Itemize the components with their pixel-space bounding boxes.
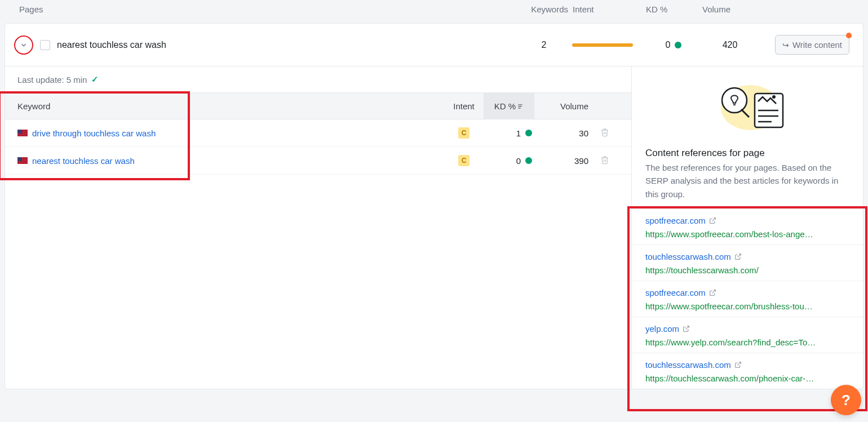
kd-cell: 0 <box>645 40 702 50</box>
main-card: nearest touchless car wash 2 0 420 ↪ Wri… <box>5 23 863 389</box>
svg-line-9 <box>712 217 715 221</box>
write-content-label: Write content <box>792 40 842 50</box>
page-checkbox[interactable] <box>40 40 50 50</box>
last-update-row: Last update: 5 min ✓ <box>5 66 631 92</box>
list-item[interactable]: touchlesscarwash.com https://touchlessca… <box>632 353 863 389</box>
sort-icon <box>518 103 524 109</box>
reference-domain-link[interactable]: yelp.com <box>645 324 690 334</box>
us-flag-icon <box>17 130 28 136</box>
keywords-panel: Last update: 5 min ✓ Keyword Intent KD %… <box>5 66 632 389</box>
reference-domain-link[interactable]: touchlesscarwash.com <box>645 360 742 370</box>
kw-col-intent[interactable]: Intent <box>444 101 484 111</box>
keywords-count: 2 <box>516 40 572 50</box>
svg-point-1 <box>722 88 747 113</box>
chevron-down-icon <box>20 41 28 49</box>
col-intent-label: Intent <box>573 5 646 14</box>
reference-domain-link[interactable]: touchlesscarwash.com <box>645 252 742 261</box>
reference-domain-text: yelp.com <box>645 324 679 334</box>
svg-point-5 <box>772 95 776 99</box>
reference-domain-link[interactable]: spotfreecar.com <box>645 216 716 225</box>
col-pages-label: Pages <box>19 5 516 14</box>
external-link-icon <box>709 289 716 296</box>
list-item[interactable]: touchlesscarwash.com https://touchlessca… <box>632 245 863 281</box>
us-flag-icon <box>17 157 28 164</box>
notification-dot-icon <box>846 33 852 38</box>
write-content-button[interactable]: ↪ Write content <box>775 35 849 55</box>
vol-mini-value: 390 <box>534 156 591 166</box>
delete-button[interactable] <box>591 156 619 166</box>
list-item[interactable]: yelp.com https://www.yelp.com/search?fin… <box>632 317 863 353</box>
page-row: nearest touchless car wash 2 0 420 ↪ Wri… <box>5 24 863 66</box>
reference-domain-text: touchlesscarwash.com <box>645 360 731 370</box>
svg-line-11 <box>712 290 715 293</box>
references-illustration <box>632 66 863 144</box>
col-kd-label: KD % <box>646 5 702 14</box>
kw-col-keyword[interactable]: Keyword <box>17 101 444 111</box>
trash-icon <box>600 156 609 165</box>
reference-url: https://www.spotfreecar.com/brushless-to… <box>645 301 849 311</box>
page-title: nearest touchless car wash <box>57 40 166 50</box>
list-item[interactable]: spotfreecar.com https://www.spotfreecar.… <box>632 281 863 317</box>
kd-dot-icon <box>525 130 532 136</box>
help-icon-label: ? <box>842 392 851 409</box>
external-link-icon <box>709 217 716 224</box>
table-row: drive through touchless car wash C 1 30 <box>5 119 631 147</box>
kw-col-kd-label: KD % <box>494 101 516 111</box>
kd-mini-cell: 1 <box>484 128 534 138</box>
kd-value: 0 <box>666 40 671 50</box>
last-update-text: Last update: 5 min <box>17 75 87 85</box>
svg-line-12 <box>685 326 689 329</box>
table-row: nearest touchless car wash C 0 390 <box>5 147 631 175</box>
trash-icon <box>600 128 609 137</box>
kw-col-kd-sort[interactable]: KD % <box>484 93 534 119</box>
reference-domain-link[interactable]: spotfreecar.com <box>645 288 716 297</box>
kd-mini-cell: 0 <box>484 156 534 166</box>
references-title: Content references for page <box>632 144 863 161</box>
references-description: The best references for your pages. Base… <box>632 161 863 208</box>
kd-mini-value: 1 <box>516 128 521 138</box>
help-button[interactable]: ? <box>831 385 861 415</box>
keyword-table-header: Keyword Intent KD % Volume <box>5 92 631 119</box>
kw-col-volume[interactable]: Volume <box>534 101 591 111</box>
delete-button[interactable] <box>591 128 619 139</box>
reference-url: https://touchlesscarwash.com/phoenix-car… <box>645 374 849 383</box>
vol-mini-value: 30 <box>534 128 591 138</box>
share-arrow-icon: ↪ <box>782 41 789 50</box>
reference-domain-text: spotfreecar.com <box>645 216 706 225</box>
external-link-icon <box>683 325 690 332</box>
reference-url: https://touchlesscarwash.com/ <box>645 265 849 275</box>
check-icon: ✓ <box>91 74 99 85</box>
keyword-link[interactable]: nearest touchless car wash <box>32 156 135 166</box>
col-volume-label: Volume <box>702 5 759 14</box>
intent-bar-cell <box>572 43 645 47</box>
references-panel: Content references for page The best ref… <box>632 66 863 389</box>
reference-url: https://www.yelp.com/search?find_desc=To… <box>645 337 849 347</box>
lightbulb-page-icon <box>705 77 790 139</box>
svg-line-10 <box>737 254 741 257</box>
kd-mini-value: 0 <box>516 156 521 166</box>
external-link-icon <box>734 361 742 368</box>
external-link-icon <box>734 253 742 260</box>
reference-domain-text: touchlesscarwash.com <box>645 252 731 261</box>
references-list: spotfreecar.com https://www.spotfreecar.… <box>632 208 863 389</box>
intent-badge: C <box>458 127 470 139</box>
columns-header: Pages Keywords Intent KD % Volume <box>0 0 868 23</box>
expand-toggle-button[interactable] <box>14 35 33 55</box>
list-item[interactable]: spotfreecar.com https://www.spotfreecar.… <box>632 208 863 245</box>
svg-line-13 <box>737 362 741 365</box>
kd-dot-icon <box>675 42 681 48</box>
keyword-link[interactable]: drive through touchless car wash <box>32 128 156 138</box>
reference-domain-text: spotfreecar.com <box>645 288 706 297</box>
intent-bar <box>572 43 633 47</box>
intent-badge: C <box>458 155 470 166</box>
reference-url: https://www.spotfreecar.com/best-los-ang… <box>645 229 849 239</box>
volume-value: 420 <box>702 40 758 50</box>
col-keywords-label: Keywords <box>516 5 573 14</box>
kd-dot-icon <box>525 157 532 164</box>
